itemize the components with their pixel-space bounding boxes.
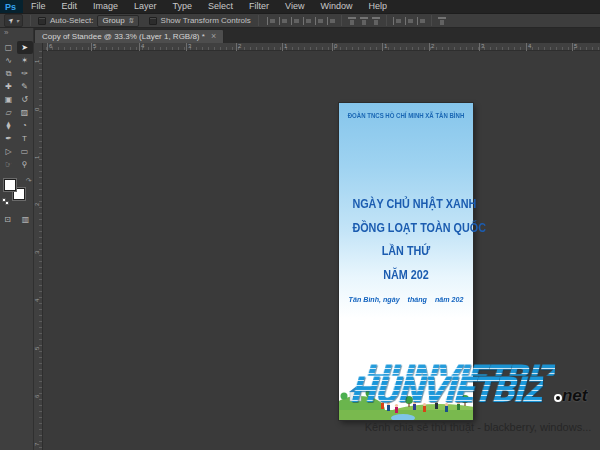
brush-tool-icon: ✎	[21, 82, 28, 91]
crop-tool-icon: ⧉	[6, 69, 12, 79]
tools-panel: » ▢➤∿✶⧉✑✚✎▣↺▱▨⧫◔✒T▷▭☞⚲ ↷ ⊡ ▥	[0, 28, 34, 450]
move-tool[interactable]: ➤	[17, 41, 33, 54]
canvas-pasteboard[interactable]: ĐOÀN TNCS HỒ CHÍ MINH XÃ TÂN BÌNH NGÀY C…	[43, 51, 600, 450]
path-selection-tool[interactable]: ▷	[1, 145, 17, 158]
clone-stamp-tool[interactable]: ▣	[1, 93, 17, 106]
tools-panel-collapse[interactable]: »	[0, 28, 33, 38]
tool-preset-picker[interactable]: ➤ ▾	[4, 14, 23, 27]
history-brush-tool[interactable]: ↺	[17, 93, 33, 106]
hand-tool-icon: ☞	[5, 160, 12, 169]
align-top-edges-icon	[267, 17, 269, 25]
photoshop-window: Ps FileEditImageLayerTypeSelectFilterVie…	[0, 0, 600, 450]
ruler-tick: 2	[431, 43, 434, 49]
watermark: HUNVIETBIZ HUNVIETBIZnet	[341, 371, 587, 409]
ruler-tick: 2	[238, 43, 241, 49]
menu-layer[interactable]: Layer	[126, 0, 165, 13]
distribute-vertical-centers-icon	[360, 17, 368, 19]
distribute-top-edges-button[interactable]	[347, 16, 357, 26]
distribute-left-edges-button[interactable]	[392, 16, 402, 26]
horizontal-ruler[interactable]: 654321012345	[34, 43, 600, 51]
distribute-vertical-centers-button[interactable]	[359, 16, 369, 26]
ruler-tick: 6	[34, 395, 40, 398]
canvas-wrap: 101234567 ĐOÀN TNCS HỒ CHÍ MINH XÃ TÂN B…	[34, 51, 600, 450]
screen-mode-button[interactable]: ▥	[20, 213, 32, 226]
distribute-right-edges-button[interactable]	[416, 16, 426, 26]
poster-title-line: NĂM 202	[352, 263, 459, 287]
up-down-arrows-icon: ⇅	[128, 17, 134, 25]
separator	[258, 15, 259, 26]
ruler-tick: 5	[574, 43, 577, 49]
distribute-bottom-edges-button[interactable]	[371, 16, 381, 26]
distribute-horizontal-centers-button[interactable]	[404, 16, 414, 26]
spot-healing-brush-tool[interactable]: ✚	[1, 80, 17, 93]
color-swatches: ↷	[2, 177, 32, 205]
swap-colors-icon[interactable]: ↷	[26, 177, 32, 184]
align-horizontal-centers-button[interactable]	[314, 16, 324, 26]
menu-select[interactable]: Select	[200, 0, 241, 13]
pen-tool[interactable]: ✒	[1, 132, 17, 145]
path-selection-tool-icon: ▷	[5, 147, 11, 156]
rectangular-marquee-tool[interactable]: ▢	[1, 41, 17, 54]
eraser-tool-icon: ▱	[5, 108, 11, 117]
crop-tool[interactable]: ⧉	[1, 67, 17, 80]
clone-stamp-tool-icon: ▣	[5, 95, 13, 104]
close-tab-icon[interactable]: ×	[211, 32, 216, 41]
blur-tool-icon: ⧫	[7, 121, 11, 130]
eyedropper-tool-icon: ✑	[21, 69, 28, 78]
dodge-tool[interactable]: ◔	[17, 119, 33, 132]
auto-select-mode-value: Group	[102, 16, 124, 25]
menu-window[interactable]: Window	[312, 0, 360, 13]
menu-filter[interactable]: Filter	[241, 0, 277, 13]
brush-tool[interactable]: ✎	[17, 80, 33, 93]
menu-image[interactable]: Image	[85, 0, 126, 13]
watermark-tagline: Kênh chia sẻ thủ thuật - blackberry, win…	[348, 421, 600, 433]
align-bottom-edges-button[interactable]	[290, 16, 300, 26]
alignment-buttons	[266, 15, 447, 26]
ruler-origin-corner[interactable]	[34, 43, 43, 51]
blur-tool[interactable]: ⧫	[1, 119, 17, 132]
auto-align-layers-button[interactable]	[437, 16, 447, 26]
separator	[341, 15, 342, 26]
vertical-ruler[interactable]: 101234567	[34, 51, 43, 450]
document-tab[interactable]: Copy of Standee @ 33.3% (Layer 1, RGB/8)…	[34, 29, 224, 43]
auto-align-layers-icon	[438, 17, 446, 19]
hand-tool[interactable]: ☞	[1, 158, 17, 171]
gradient-tool[interactable]: ▨	[17, 106, 33, 119]
align-top-edges-button[interactable]	[266, 16, 276, 26]
rectangle-tool[interactable]: ▭	[17, 145, 33, 158]
menu-edit[interactable]: Edit	[54, 0, 86, 13]
eraser-tool[interactable]: ▱	[1, 106, 17, 119]
gradient-tool-icon: ▨	[21, 108, 29, 117]
lasso-tool[interactable]: ∿	[1, 54, 17, 67]
align-vertical-centers-button[interactable]	[278, 16, 288, 26]
menu-bar: Ps FileEditImageLayerTypeSelectFilterVie…	[0, 0, 600, 13]
type-tool[interactable]: T	[17, 132, 33, 145]
align-right-edges-button[interactable]	[326, 16, 336, 26]
menu-type[interactable]: Type	[165, 0, 201, 13]
ruler-tick: 5	[93, 43, 96, 49]
default-colors-icon[interactable]	[2, 198, 9, 205]
distribute-left-edges-icon	[393, 17, 395, 25]
ruler-tick: 4	[528, 43, 531, 49]
watermark-dot-icon	[554, 394, 562, 402]
zoom-tool[interactable]: ⚲	[17, 158, 33, 171]
eyedropper-tool[interactable]: ✑	[17, 67, 33, 80]
align-left-edges-button[interactable]	[302, 16, 312, 26]
quick-selection-tool[interactable]: ✶	[17, 54, 33, 67]
show-transform-controls-checkbox[interactable]	[149, 17, 157, 25]
menu-file[interactable]: File	[23, 0, 54, 13]
ruler-tick: 4	[34, 299, 40, 302]
ruler-tick: 3	[34, 251, 40, 254]
distribute-bottom-edges-icon	[372, 17, 380, 19]
menu-help[interactable]: Help	[360, 0, 395, 13]
distribute-horizontal-centers-icon	[405, 17, 407, 25]
align-right-edges-icon	[327, 17, 329, 25]
auto-select-label: Auto-Select:	[50, 16, 94, 25]
auto-select-mode-dropdown[interactable]: Group ⇅	[97, 15, 138, 27]
auto-select-checkbox[interactable]	[38, 17, 46, 25]
foreground-color-swatch[interactable]	[4, 179, 16, 191]
pen-tool-icon: ✒	[5, 134, 12, 143]
menu-view[interactable]: View	[277, 0, 312, 13]
quick-mask-button[interactable]: ⊡	[2, 213, 14, 226]
ruler-tick: 1	[284, 43, 287, 49]
